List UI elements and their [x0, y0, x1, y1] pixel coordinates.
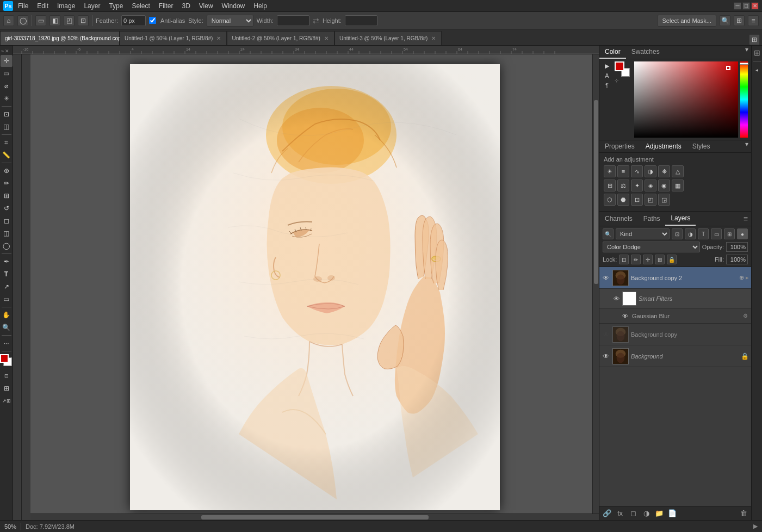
layer-visibility-icon[interactable]: 👁 — [602, 274, 610, 282]
posterize-icon[interactable]: ⬡ — [604, 194, 616, 206]
threshold-icon[interactable]: ⬣ — [617, 194, 629, 206]
fg-color-box[interactable] — [615, 61, 624, 71]
layer-filter-adj-icon[interactable]: ◑ — [685, 228, 696, 239]
bw-icon[interactable]: ⚖ — [617, 180, 629, 191]
adj-panel-collapse-icon[interactable]: ▾ — [742, 140, 751, 152]
color-lookup-icon[interactable]: ◉ — [658, 180, 670, 191]
more-tools-button[interactable]: ··· — [1, 337, 13, 349]
panel-toggle-icon[interactable]: ⊞ — [749, 34, 760, 45]
blend-mode-select[interactable]: Color Dodge Normal Multiply Screen Overl… — [603, 242, 700, 252]
workspace-icon[interactable]: ⊞ — [734, 15, 745, 26]
menu-help[interactable]: Help — [250, 1, 271, 11]
pen-button[interactable]: ✒ — [1, 256, 13, 268]
eyedropper-button[interactable]: ⌗ — [1, 137, 13, 149]
screen-mode-button[interactable]: ⊞ — [1, 382, 13, 394]
menu-image[interactable]: Image — [53, 1, 79, 11]
tab-styles[interactable]: Styles — [687, 140, 716, 152]
levels-icon[interactable]: ≡ — [617, 165, 629, 177]
path-select-button[interactable]: ↗ — [1, 281, 13, 293]
menu-edit[interactable]: Edit — [33, 1, 52, 11]
menu-layer[interactable]: Layer — [80, 1, 104, 11]
new-group-icon[interactable]: 📁 — [654, 509, 665, 518]
clone-button[interactable]: ⊞ — [1, 190, 13, 202]
exposure-icon[interactable]: ◑ — [645, 165, 656, 177]
options-icon[interactable]: ≡ — [748, 15, 759, 26]
layer-visibility-icon[interactable]: 👁 — [602, 352, 610, 361]
tab-close-icon[interactable]: ✕ — [323, 35, 330, 42]
zoom-button[interactable]: 🔍 — [1, 321, 13, 333]
ruler-button[interactable]: 📏 — [1, 149, 13, 161]
lock-pixels-icon[interactable]: ✏ — [631, 255, 641, 264]
layer-filter-pixel-icon[interactable]: ⊡ — [672, 228, 683, 239]
gaussian-settings-icon[interactable]: ⚙ — [743, 313, 751, 319]
shadow-highlight-icon[interactable]: ◲ — [658, 194, 670, 206]
style-select[interactable]: Normal Fixed Ratio Fixed Size — [207, 15, 253, 27]
color-balance-icon[interactable]: ⊞ — [604, 180, 616, 191]
rect4-icon[interactable]: ⊡ — [78, 15, 89, 26]
link-layers-icon[interactable]: 🔗 — [602, 509, 612, 518]
maximize-button[interactable]: □ — [742, 2, 750, 10]
add-mask-icon[interactable]: ◻ — [628, 509, 639, 518]
menu-window[interactable]: Window — [218, 1, 249, 11]
menu-type[interactable]: Type — [105, 1, 127, 11]
layer-filter-toggle-icon[interactable]: ● — [737, 228, 748, 239]
gradient-map-icon[interactable]: ⊡ — [631, 194, 643, 206]
layers-panel-menu-icon[interactable]: ≡ — [740, 212, 751, 225]
menu-file[interactable]: File — [14, 1, 32, 11]
color-picker-sat-val[interactable] — [634, 61, 738, 138]
paragraph-icon[interactable]: ¶ — [603, 81, 611, 90]
layer-filter-shape-icon[interactable]: ▭ — [711, 228, 722, 239]
layer-expand-icon[interactable]: ▸ — [746, 274, 749, 281]
invert-icon[interactable]: ▦ — [672, 180, 684, 191]
feather-input[interactable] — [121, 15, 146, 26]
magic-wand-button[interactable]: ✳ — [1, 92, 13, 104]
layer-visibility-icon[interactable]: 👁 — [602, 330, 610, 339]
dodge-button[interactable]: ◯ — [1, 240, 13, 252]
smart-filters-visibility-icon[interactable]: 👁 — [612, 295, 620, 302]
fg-color-swatch[interactable] — [0, 354, 9, 363]
brush-button[interactable]: ✏ — [1, 177, 13, 189]
layer-filter-type-icon[interactable]: T — [698, 228, 709, 239]
circle-tool-icon[interactable]: ◯ — [17, 15, 28, 26]
lock-position-icon[interactable]: ✛ — [643, 255, 653, 264]
search-icon[interactable]: 🔍 — [720, 15, 730, 26]
layer-item-bg-copy[interactable]: 👁 Background copy — [599, 324, 751, 345]
crop-tool-button[interactable]: ⊡ — [1, 108, 13, 120]
search-icon[interactable]: 🔍 — [603, 228, 614, 239]
rect2-icon[interactable]: ◧ — [49, 15, 60, 26]
layer-item-smart-filters[interactable]: 👁 Smart Filters — [599, 289, 751, 308]
lock-artboard-icon[interactable]: ⊞ — [655, 255, 665, 264]
curves-icon[interactable]: ∿ — [631, 165, 643, 177]
rect-icon[interactable]: ▭ — [35, 15, 46, 26]
tab-adjustments[interactable]: Adjustments — [640, 140, 687, 152]
tool-panel-close[interactable]: ✕ — [5, 48, 9, 54]
height-input[interactable] — [345, 15, 377, 26]
gradient-button[interactable]: ◫ — [1, 227, 13, 239]
move-tool-button[interactable]: ✛ — [1, 55, 13, 67]
history-brush-button[interactable]: ↺ — [1, 202, 13, 214]
width-input[interactable] — [277, 15, 309, 26]
canvas-scroll[interactable] — [30, 54, 599, 520]
play-icon[interactable]: ▶ — [603, 61, 611, 70]
tool-panel-collapse[interactable]: » — [1, 48, 4, 54]
tab-channels[interactable]: Channels — [599, 212, 638, 225]
hsl-icon[interactable]: △ — [672, 165, 684, 177]
reset-icon[interactable]: ⊹ — [615, 78, 630, 83]
selective-color-icon[interactable]: ◰ — [645, 194, 656, 206]
statusbar-arrow[interactable]: ▶ — [753, 523, 758, 530]
color-picker[interactable] — [634, 61, 748, 138]
layer-item-bg-copy2[interactable]: 👁 Background copy 2 ⊕ ▸ — [599, 267, 751, 289]
right-panel-toggle-icon[interactable]: ⊞ — [751, 47, 763, 59]
tab-swatches[interactable]: Swatches — [626, 46, 665, 59]
tab-paths[interactable]: Paths — [638, 212, 666, 225]
layer-badge-icon[interactable]: ⊕ — [739, 274, 744, 281]
vertical-scrollbar[interactable] — [592, 54, 599, 514]
quick-mask-button[interactable]: ⊡ — [1, 370, 13, 382]
tab-girl-image[interactable]: girl-3033718_1920.jpg @ 50% (Background … — [0, 31, 120, 45]
lasso-tool-button[interactable]: ⌀ — [1, 80, 13, 92]
color-panel-collapse-icon[interactable]: ▾ — [742, 46, 751, 59]
hue-strip[interactable] — [740, 61, 748, 138]
home-icon[interactable]: ⌂ — [3, 15, 14, 26]
vertical-scrollbar-thumb[interactable] — [594, 100, 598, 284]
fill-input[interactable] — [726, 255, 748, 264]
